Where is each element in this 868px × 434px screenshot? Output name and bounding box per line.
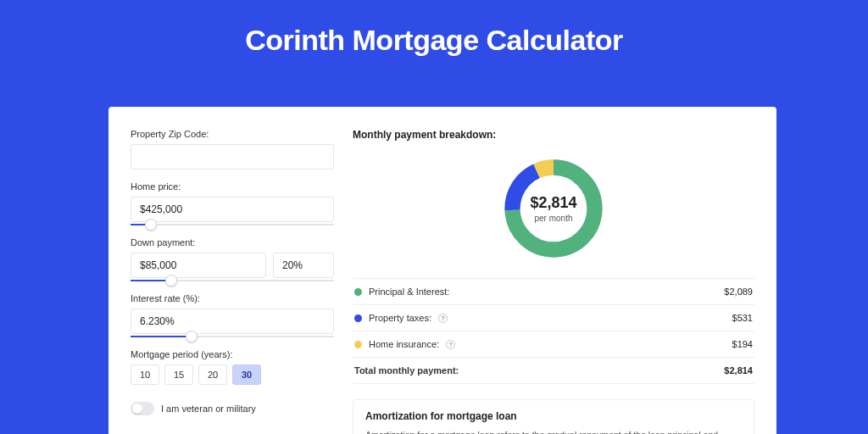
down-payment-slider[interactable] <box>131 280 334 281</box>
veteran-toggle[interactable] <box>131 402 154 415</box>
dot-insurance-icon <box>354 341 362 348</box>
interest-rate-input[interactable] <box>131 309 334 334</box>
donut-chart: $2,814 per month <box>499 154 608 263</box>
home-price-field: Home price: <box>131 181 334 225</box>
interest-rate-field: Interest rate (%): <box>131 293 334 337</box>
amortization-title: Amortization for mortgage loan <box>365 410 742 422</box>
legend-insurance-value: $194 <box>732 339 753 349</box>
legend-row-total: Total monthly payment: $2,814 <box>353 358 754 384</box>
breakdown-title: Monthly payment breakdown: <box>353 129 754 141</box>
mortgage-period-options: 10 15 20 30 <box>131 364 334 385</box>
interest-rate-slider-thumb[interactable] <box>186 331 198 342</box>
donut-center: $2,814 per month <box>499 154 608 263</box>
legend-principal-label: Principal & Interest: <box>369 287 449 297</box>
info-taxes-icon[interactable]: ? <box>438 314 448 323</box>
page-title: Corinth Mortgage Calculator <box>0 0 868 75</box>
info-insurance-icon[interactable]: ? <box>446 340 455 349</box>
home-price-slider-thumb[interactable] <box>145 219 157 231</box>
dot-principal-icon <box>354 288 362 296</box>
amortization-card: Amortization for mortgage loan Amortizat… <box>353 399 754 434</box>
donut-amount: $2,814 <box>530 194 576 212</box>
down-payment-slider-thumb[interactable] <box>165 275 177 287</box>
legend: Principal & Interest: $2,089 Property ta… <box>353 278 754 384</box>
down-payment-percent-input[interactable] <box>273 253 334 278</box>
mortgage-period-field: Mortgage period (years): 10 15 20 30 <box>131 349 334 385</box>
interest-rate-slider[interactable] <box>131 336 334 337</box>
results-panel: Monthly payment breakdown: $2,814 per mo… <box>353 129 754 434</box>
legend-taxes-label: Property taxes: <box>369 313 431 323</box>
zip-input[interactable] <box>131 144 334 170</box>
interest-rate-slider-fill <box>131 336 192 337</box>
home-price-slider[interactable] <box>131 224 334 225</box>
legend-row-insurance: Home insurance: ? $194 <box>353 331 754 358</box>
home-price-input[interactable] <box>131 197 334 222</box>
period-option-20[interactable]: 20 <box>198 364 227 385</box>
down-payment-label: Down payment: <box>131 237 334 248</box>
inputs-panel: Property Zip Code: Home price: Down paym… <box>131 129 334 434</box>
legend-total-label: Total monthly payment: <box>354 365 459 376</box>
legend-row-principal: Principal & Interest: $2,089 <box>353 279 754 305</box>
period-option-10[interactable]: 10 <box>131 364 159 385</box>
down-payment-field: Down payment: <box>131 237 334 281</box>
calculator-card: Property Zip Code: Home price: Down paym… <box>108 107 776 434</box>
donut-sub: per month <box>534 214 572 223</box>
donut-chart-wrap: $2,814 per month <box>353 149 754 278</box>
veteran-label: I am veteran or military <box>161 403 256 414</box>
legend-row-taxes: Property taxes: ? $531 <box>353 305 754 331</box>
down-payment-amount-input[interactable] <box>131 253 266 278</box>
interest-rate-label: Interest rate (%): <box>131 293 334 303</box>
zip-field: Property Zip Code: <box>131 129 334 170</box>
legend-insurance-label: Home insurance: <box>369 339 439 349</box>
veteran-toggle-knob <box>132 403 142 414</box>
legend-total-value: $2,814 <box>724 365 753 376</box>
period-option-15[interactable]: 15 <box>164 364 193 385</box>
veteran-row: I am veteran or military <box>131 402 334 415</box>
period-option-30[interactable]: 30 <box>232 364 261 385</box>
legend-taxes-value: $531 <box>732 313 753 323</box>
home-price-label: Home price: <box>131 181 334 192</box>
dot-taxes-icon <box>354 314 362 322</box>
mortgage-period-label: Mortgage period (years): <box>131 349 334 359</box>
zip-label: Property Zip Code: <box>131 129 334 139</box>
legend-principal-value: $2,089 <box>724 287 753 297</box>
amortization-text: Amortization for a mortgage loan refers … <box>365 429 742 434</box>
